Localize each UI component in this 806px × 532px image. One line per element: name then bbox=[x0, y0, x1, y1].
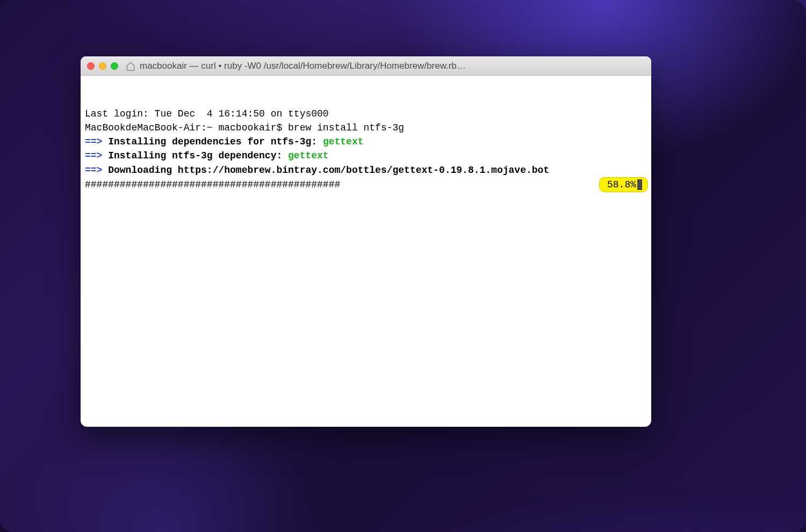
titlebar[interactable]: macbookair — curl • ruby -W0 /usr/local/… bbox=[81, 56, 651, 76]
close-button[interactable] bbox=[87, 62, 95, 70]
home-icon bbox=[126, 61, 135, 71]
dependency-name: gettext bbox=[323, 136, 364, 147]
dependency-name: gettext bbox=[288, 150, 329, 161]
cursor-icon bbox=[637, 179, 642, 190]
traffic-lights bbox=[87, 62, 118, 70]
minimize-button[interactable] bbox=[99, 62, 106, 70]
progress-bar: ########################################… bbox=[85, 178, 340, 192]
percent-value: 58.8% bbox=[607, 178, 636, 192]
shell-prompt: MacBookdeMacBook-Air:~ macbookair$ bbox=[85, 122, 288, 133]
title-content: macbookair — curl • ruby -W0 /usr/local/… bbox=[126, 61, 645, 71]
install-dep-text: Installing ntfs-3g dependency: bbox=[102, 150, 288, 161]
login-line: Last login: Tue Dec 4 16:14:50 on ttys00… bbox=[85, 107, 647, 121]
arrow-icon: ==> bbox=[85, 150, 102, 161]
install-deps-text: Installing dependencies for ntfs-3g: bbox=[102, 136, 322, 147]
window-title: macbookair — curl • ruby -W0 /usr/local/… bbox=[140, 61, 466, 71]
terminal-window[interactable]: macbookair — curl • ruby -W0 /usr/local/… bbox=[81, 56, 651, 427]
terminal-body[interactable]: Last login: Tue Dec 4 16:14:50 on ttys00… bbox=[81, 76, 651, 223]
progress-percent: 58.8% bbox=[599, 177, 648, 192]
progress-line: ########################################… bbox=[85, 177, 647, 192]
prompt-line: MacBookdeMacBook-Air:~ macbookair$ brew … bbox=[85, 121, 647, 135]
zoom-button[interactable] bbox=[111, 62, 118, 70]
downloading-line: ==> Downloading https://homebrew.bintray… bbox=[85, 163, 647, 177]
install-dep-line: ==> Installing ntfs-3g dependency: gette… bbox=[85, 149, 647, 163]
arrow-icon: ==> bbox=[85, 165, 102, 176]
command-text: brew install ntfs-3g bbox=[288, 122, 404, 133]
arrow-icon: ==> bbox=[85, 136, 102, 147]
install-deps-line: ==> Installing dependencies for ntfs-3g:… bbox=[85, 135, 647, 149]
downloading-text: Downloading https://homebrew.bintray.com… bbox=[102, 165, 549, 176]
